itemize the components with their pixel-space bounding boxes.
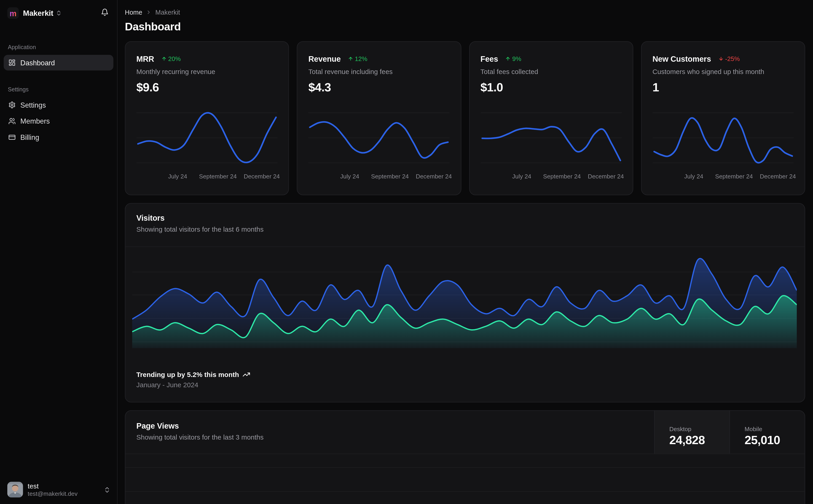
stat-cards-row: MRR 20% Monthly recurring revenue $9.6 J… <box>125 41 805 195</box>
stat-title: New Customers <box>653 54 711 63</box>
nav-group-application: Application <box>4 44 113 50</box>
stat-card-mrr: MRR 20% Monthly recurring revenue $9.6 J… <box>125 41 289 195</box>
workspace-selector[interactable]: Makerkit <box>23 9 61 17</box>
user-name: test <box>28 482 77 490</box>
visitors-footer: Trending up by 5.2% this month January -… <box>136 371 251 389</box>
x-axis: July 24 September 24 December 24 <box>642 173 805 181</box>
visitors-trend-text: Trending up by 5.2% this month <box>136 371 239 378</box>
trend-badge: 12% <box>348 55 368 62</box>
trend-badge: 20% <box>161 55 181 62</box>
breadcrumb: Home Makerkit <box>125 8 805 16</box>
stat-title: Fees <box>480 54 498 63</box>
breadcrumb-home-link[interactable]: Home <box>125 9 142 16</box>
stat-value: $4.3 <box>309 80 450 95</box>
gear-icon <box>8 101 16 109</box>
stat-subtitle: Total fees collected <box>480 68 622 76</box>
sidebar-item-label: Billing <box>20 133 39 141</box>
visitors-card: Visitors Showing total visitors for the … <box>125 203 805 403</box>
makerkit-logo[interactable]: m <box>7 7 19 19</box>
stat-value: $1.0 <box>480 80 622 95</box>
arrow-up-icon <box>161 56 167 61</box>
sidebar-header: m Makerkit <box>0 0 117 19</box>
stat-title: Revenue <box>309 54 341 63</box>
x-axis: July 24 September 24 December 24 <box>469 173 633 181</box>
avatar <box>7 482 23 498</box>
chevrons-up-down-icon <box>56 10 61 16</box>
stat-card-revenue: Revenue 12% Total revenue including fees… <box>297 41 461 195</box>
trend-badge: 9% <box>505 55 521 62</box>
stat-value: $9.6 <box>136 80 278 95</box>
main-content: Home Makerkit Dashboard MRR 20% Monthly … <box>117 0 813 504</box>
page-views-chart <box>125 454 805 504</box>
arrow-up-icon <box>348 56 353 61</box>
sidebar-item-label: Members <box>20 117 50 125</box>
sidebar-item-label: Dashboard <box>20 59 55 66</box>
stat-subtitle: Customers who signed up this month <box>653 68 794 76</box>
sidebar-item-label: Settings <box>20 101 46 109</box>
visitors-area-chart <box>132 249 797 351</box>
workspace-name: Makerkit <box>23 9 53 17</box>
breadcrumb-current: Makerkit <box>155 9 180 16</box>
page-title: Dashboard <box>125 20 805 33</box>
gridline <box>125 491 805 492</box>
visitors-subtitle: Showing total visitors for the last 6 mo… <box>136 225 794 233</box>
credit-card-icon <box>8 134 16 141</box>
sidebar-nav: Application Dashboard Settings Settings … <box>0 44 117 145</box>
visitors-date-range: January - June 2024 <box>136 381 251 389</box>
page-views-header: Page Views Showing total visitors for th… <box>125 411 805 454</box>
user-info: test test@makerkit.dev <box>28 482 77 497</box>
stat-title: MRR <box>136 54 154 63</box>
stat-subtitle: Total revenue including fees <box>309 68 450 76</box>
x-axis: July 24 September 24 December 24 <box>298 173 461 181</box>
arrow-down-icon <box>718 56 724 61</box>
users-icon <box>8 117 16 125</box>
stat-value: 1 <box>653 80 794 95</box>
sidebar: m Makerkit Application Dashboard <box>0 0 117 504</box>
stat-card-new-customers: New Customers -25% Customers who signed … <box>641 41 805 195</box>
new-customers-line-chart <box>653 108 794 169</box>
divider <box>125 246 805 247</box>
revenue-line-chart <box>309 108 450 169</box>
page-views-card: Page Views Showing total visitors for th… <box>125 410 805 504</box>
notifications-button[interactable] <box>100 7 109 19</box>
arrow-up-icon <box>505 56 511 61</box>
fees-line-chart <box>480 108 622 169</box>
gridline <box>125 467 805 468</box>
sidebar-item-settings[interactable]: Settings <box>4 97 113 113</box>
user-email: test@makerkit.dev <box>28 490 77 497</box>
nav-group-settings: Settings <box>4 86 113 92</box>
makerkit-dashboard: m Makerkit Application Dashboard <box>0 0 813 504</box>
sidebar-item-billing[interactable]: Billing <box>4 130 113 145</box>
dashboard-grid-icon <box>8 59 16 66</box>
chevron-right-icon <box>146 9 151 15</box>
visitors-title: Visitors <box>136 213 794 223</box>
mrr-line-chart <box>136 108 278 169</box>
trend-badge: -25% <box>718 55 740 62</box>
user-menu-button[interactable]: test test@makerkit.dev <box>4 479 113 500</box>
x-axis: July 24 September 24 December 24 <box>125 173 288 181</box>
stat-card-fees: Fees 9% Total fees collected $1.0 July 2… <box>469 41 633 195</box>
trending-up-icon <box>243 371 251 378</box>
page-views-tabs: Desktop 24,828 Mobile 25,010 <box>654 411 805 454</box>
sidebar-item-dashboard[interactable]: Dashboard <box>4 55 113 71</box>
stat-subtitle: Monthly recurring revenue <box>136 68 278 76</box>
tab-mobile[interactable]: Mobile 25,010 <box>729 411 805 454</box>
chevrons-up-down-icon <box>104 486 110 493</box>
bell-icon <box>101 8 109 16</box>
tab-desktop[interactable]: Desktop 24,828 <box>654 411 729 454</box>
sidebar-item-members[interactable]: Members <box>4 113 113 129</box>
